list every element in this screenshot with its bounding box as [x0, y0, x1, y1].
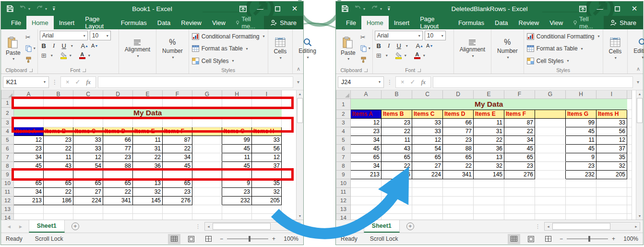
paste-button[interactable]: Paste▾ — [338, 31, 358, 66]
cell-partial[interactable] — [627, 153, 632, 161]
zoom-out-icon[interactable]: − — [560, 235, 563, 242]
cell-partial[interactable] — [627, 187, 632, 196]
cell[interactable]: 45 — [566, 144, 596, 153]
column-header-E[interactable]: E — [133, 90, 163, 99]
tell-me-box[interactable]: Tell me... — [568, 16, 604, 29]
copy-icon[interactable]: ▾ — [360, 44, 370, 53]
cell[interactable] — [163, 170, 192, 179]
copy-icon[interactable]: ▾ — [25, 44, 36, 53]
share-button[interactable]: Share — [604, 16, 643, 29]
cell[interactable]: 56 — [596, 127, 627, 136]
cell[interactable] — [44, 213, 73, 220]
header-cell[interactable]: Items E — [474, 110, 504, 118]
cell[interactable]: 45 — [222, 144, 252, 153]
tab-review[interactable]: Review — [176, 16, 207, 29]
cell[interactable]: 36 — [474, 144, 504, 153]
cell[interactable]: 33 — [73, 144, 103, 153]
cell[interactable]: 32 — [596, 161, 627, 170]
cell[interactable] — [252, 170, 282, 179]
cell[interactable] — [192, 187, 222, 196]
prev-sheet-icon[interactable]: ◄ — [342, 224, 346, 229]
cell[interactable]: 11 — [44, 153, 73, 161]
close-button[interactable]: ✕ — [626, 1, 643, 16]
cell[interactable] — [474, 196, 504, 205]
page-layout-view-icon[interactable] — [185, 234, 198, 244]
cell[interactable] — [474, 179, 504, 187]
cell[interactable] — [103, 118, 133, 127]
column-header-C[interactable]: C — [412, 90, 443, 99]
scroll-left-icon[interactable]: ◄ — [205, 222, 212, 230]
cell[interactable] — [192, 213, 222, 220]
cell[interactable] — [412, 196, 443, 205]
row-header-13[interactable]: 13 — [336, 205, 351, 213]
cell[interactable]: 27 — [412, 161, 443, 170]
tab-formulas[interactable]: Formulas — [453, 16, 489, 29]
cell[interactable]: 341 — [103, 196, 133, 205]
cell-partial[interactable] — [627, 136, 632, 144]
cell[interactable] — [252, 99, 282, 107]
cell-partial[interactable] — [627, 170, 632, 179]
cell[interactable]: 145 — [474, 170, 504, 179]
cut-icon[interactable]: ✂ — [25, 33, 36, 42]
cell[interactable] — [566, 213, 596, 220]
scroll-right-icon[interactable]: ► — [293, 222, 300, 230]
horizontal-scroll-thumb[interactable] — [552, 223, 610, 230]
cell[interactable]: 232 — [566, 170, 596, 179]
cell[interactable]: 276 — [504, 170, 535, 179]
cell[interactable]: 45 — [163, 161, 192, 170]
cell[interactable] — [535, 187, 566, 196]
cell[interactable]: 22 — [103, 187, 133, 196]
cell[interactable]: 341 — [443, 170, 474, 179]
customize-qat-icon[interactable]: ▾ — [388, 7, 390, 11]
header-cell[interactable]: Items D — [443, 110, 474, 118]
name-box[interactable]: J24▾ — [338, 76, 384, 88]
cell[interactable] — [14, 118, 44, 127]
cell[interactable]: 205 — [252, 196, 282, 205]
cell-partial[interactable] — [627, 99, 632, 110]
row-header-6[interactable]: 6 — [336, 144, 351, 153]
cell[interactable] — [103, 213, 133, 220]
horizontal-scrollbar[interactable]: ◄ ► — [544, 222, 640, 231]
cell[interactable] — [103, 170, 133, 179]
cell[interactable] — [596, 196, 627, 205]
cell[interactable] — [535, 118, 566, 127]
cell[interactable]: 65 — [443, 153, 474, 161]
row-header-3[interactable]: 3 — [1, 118, 14, 127]
expand-formula-bar-icon[interactable]: ▾ — [295, 79, 301, 85]
cell[interactable]: 65 — [351, 153, 382, 161]
cell[interactable]: 145 — [133, 196, 163, 205]
cell[interactable]: 45 — [504, 144, 535, 153]
fill-color-icon[interactable] — [60, 52, 67, 59]
alignment-button[interactable]: Alignment▾ — [456, 31, 489, 66]
prev-sheet-icon[interactable]: ◄ — [7, 224, 12, 229]
cell-partial[interactable] — [627, 110, 632, 118]
cell[interactable]: 34 — [14, 153, 44, 161]
column-header-C[interactable]: C — [73, 90, 103, 99]
tell-me-box[interactable]: Tell me... — [231, 16, 264, 29]
cell[interactable] — [382, 205, 412, 213]
cell[interactable]: 45 — [14, 161, 44, 170]
new-sheet-button[interactable]: + — [72, 220, 79, 233]
cell[interactable]: 36 — [133, 161, 163, 170]
header-cell[interactable]: Items A — [351, 110, 382, 118]
cell[interactable]: 99 — [566, 118, 596, 127]
row-header-2[interactable]: 2 — [336, 110, 351, 118]
cell[interactable]: 22 — [133, 153, 163, 161]
row-header-10[interactable]: 10 — [336, 179, 351, 187]
header-cell[interactable]: Items F — [504, 110, 535, 118]
number-format-button[interactable]: % Number▾ — [493, 31, 522, 66]
cell[interactable] — [504, 187, 535, 196]
header-cell[interactable]: Items A — [14, 127, 44, 136]
format-painter-icon[interactable] — [360, 55, 370, 64]
cell[interactable] — [535, 205, 566, 213]
cell[interactable]: 22 — [44, 144, 73, 153]
cell[interactable] — [222, 205, 252, 213]
column-header-D[interactable]: D — [443, 90, 474, 99]
horizontal-scrollbar[interactable]: ◄ ► — [204, 222, 300, 231]
decrease-font-icon[interactable]: A▼ — [91, 41, 99, 50]
sheet-tab-sheet1[interactable]: Sheet1 — [29, 220, 65, 233]
column-header-A[interactable]: A — [14, 90, 44, 99]
cell[interactable] — [504, 196, 535, 205]
font-size-select[interactable]: 10▾ — [90, 31, 111, 40]
vertical-scroll-thumb[interactable] — [297, 98, 303, 123]
